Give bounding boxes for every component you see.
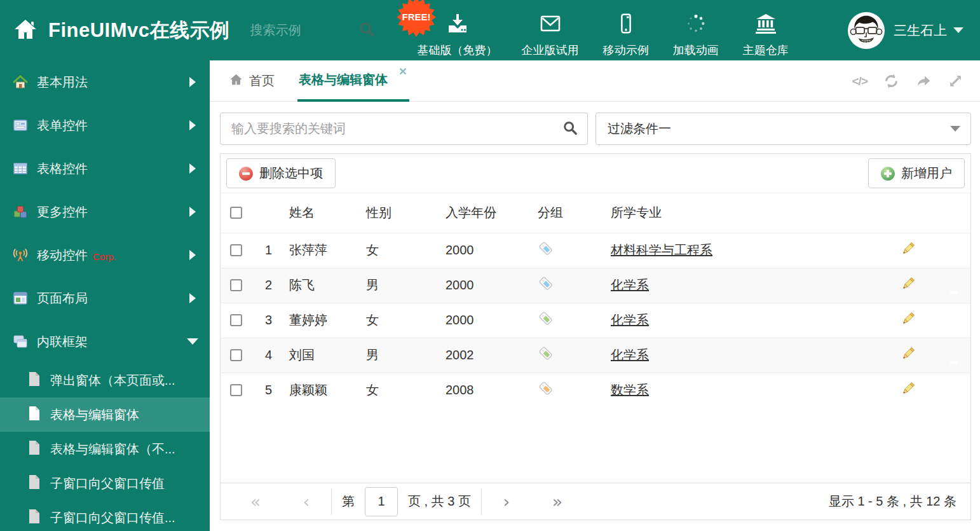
col-delete xyxy=(923,193,970,233)
edit-pencil-icon[interactable] xyxy=(901,315,916,329)
brand[interactable]: FineUIMvc在线示例 xyxy=(13,17,230,45)
cell-year: 2000 xyxy=(439,268,531,303)
cell-gender: 女 xyxy=(359,303,439,338)
chevron-down-icon xyxy=(953,27,963,33)
major-link[interactable]: 材料科学与工程系 xyxy=(611,243,712,257)
nav-item-theme-store[interactable]: 主题仓库 xyxy=(743,3,789,58)
sidebar-subitem-child-to-parent[interactable]: 子窗口向父窗口传值 xyxy=(0,466,210,500)
filter-dropdown[interactable]: 过滤条件一 xyxy=(595,113,971,145)
table-row[interactable]: 1 张萍萍 女 2000 材料科学与工程系 xyxy=(221,233,970,268)
select-all-checkbox[interactable] xyxy=(230,207,242,219)
col-index xyxy=(252,193,275,233)
major-link[interactable]: 化学系 xyxy=(611,313,649,327)
table-header-row: 姓名 性别 入学年份 分组 所学专业 xyxy=(221,193,970,233)
file-icon xyxy=(28,509,41,527)
sidebar: 基本用法 表单控件 表格控件 更多控件 移动控件 Corp. 页面布局 xyxy=(0,60,210,531)
row-index: 5 xyxy=(252,373,275,408)
sidebar-subitem-grid-edit-window-no[interactable]: 表格与编辑窗体（不... xyxy=(0,432,210,466)
chevron-down-icon xyxy=(187,338,198,345)
row-checkbox[interactable] xyxy=(230,349,242,361)
tab-toolbar: </> xyxy=(852,60,963,102)
row-index: 1 xyxy=(252,233,275,268)
tab-active-label: 表格与编辑窗体 xyxy=(299,71,388,88)
sidebar-item-inline-frames[interactable]: 内联框架 xyxy=(0,320,210,363)
close-icon[interactable]: × xyxy=(399,64,407,78)
keyword-search-input[interactable] xyxy=(230,121,562,137)
row-checkbox[interactable] xyxy=(230,384,242,396)
first-page-button[interactable]: « xyxy=(237,493,274,510)
sidebar-item-grid-controls[interactable]: 表格控件 xyxy=(0,147,210,190)
sidebar-subitem-label: 子窗口向父窗口传值 xyxy=(50,475,165,492)
tab-bar: 首页 表格与编辑窗体 × </> xyxy=(210,60,980,102)
next-page-button[interactable]: › xyxy=(488,493,525,510)
row-checkbox[interactable] xyxy=(230,244,242,256)
header-nav: FREE! 基础版（免费） 企业版试用 移动示例 加载动画 xyxy=(405,3,801,58)
add-user-button[interactable]: 新增用户 xyxy=(868,158,965,188)
refresh-icon[interactable] xyxy=(883,73,899,89)
table-row[interactable]: 2 陈飞 男 2000 化学系 xyxy=(221,268,970,303)
share-icon[interactable] xyxy=(915,73,932,89)
user-menu[interactable]: 三生石上 xyxy=(848,12,963,49)
keyword-search-box[interactable] xyxy=(220,113,588,145)
cell-gender: 女 xyxy=(359,233,439,268)
tab-grid-edit-window[interactable]: 表格与编辑窗体 × xyxy=(297,60,409,102)
major-link[interactable]: 化学系 xyxy=(611,348,649,362)
chevron-right-icon xyxy=(189,77,196,87)
sidebar-subitem-popup-window[interactable]: 弹出窗体（本页面或... xyxy=(0,363,210,397)
header-search-placeholder: 搜索示例 xyxy=(250,22,333,39)
nav-item-basic-free[interactable]: FREE! 基础版（免费） xyxy=(418,3,498,58)
cell-name: 刘国 xyxy=(275,338,359,373)
search-icon[interactable] xyxy=(562,120,578,138)
sidebar-subitem-label: 子窗口向父窗口传值... xyxy=(50,509,175,527)
file-icon xyxy=(28,474,41,493)
file-icon xyxy=(28,440,41,459)
nav-item-mobile-demo[interactable]: 移动示例 xyxy=(603,3,649,58)
sidebar-item-page-layout[interactable]: 页面布局 xyxy=(0,277,210,320)
edit-pencil-icon[interactable] xyxy=(901,385,916,399)
col-major[interactable]: 所学专业 xyxy=(603,193,893,233)
tab-home[interactable]: 首页 xyxy=(229,60,275,102)
sidebar-subitem-grid-edit-window[interactable]: 表格与编辑窗体 xyxy=(0,397,210,432)
row-index: 4 xyxy=(252,338,275,373)
file-icon xyxy=(28,406,41,424)
prev-page-button[interactable]: ‹ xyxy=(288,493,325,510)
col-gender[interactable]: 性别 xyxy=(359,193,439,233)
free-badge-icon: FREE! xyxy=(396,0,437,38)
chevron-right-icon xyxy=(189,250,196,260)
col-year[interactable]: 入学年份 xyxy=(439,193,531,233)
nav-item-loading-animation[interactable]: 加载动画 xyxy=(673,3,719,58)
sidebar-subitem-child-to-parent-2[interactable]: 子窗口向父窗口传值... xyxy=(0,500,210,531)
table-row[interactable]: 3 董婷婷 女 2000 化学系 xyxy=(221,303,970,338)
table-row[interactable]: 5 康颖颖 女 2008 数学系 xyxy=(221,373,970,408)
home-icon xyxy=(229,72,243,90)
edit-pencil-icon[interactable] xyxy=(901,280,916,294)
code-icon[interactable]: </> xyxy=(852,74,868,88)
major-link[interactable]: 化学系 xyxy=(611,278,649,292)
avatar xyxy=(848,12,885,49)
col-group[interactable]: 分组 xyxy=(531,193,603,233)
delete-selected-button[interactable]: 删除选中项 xyxy=(226,158,336,188)
last-page-button[interactable]: » xyxy=(539,493,576,510)
edit-pencil-icon[interactable] xyxy=(901,245,916,259)
page-suffix: 页 , 共 3 页 xyxy=(408,493,471,510)
row-checkbox[interactable] xyxy=(230,279,242,291)
sidebar-item-more-controls[interactable]: 更多控件 xyxy=(0,190,210,233)
row-checkbox[interactable] xyxy=(230,314,242,326)
sidebar-subitem-label: 弹出窗体（本页面或... xyxy=(50,372,175,389)
sidebar-item-mobile-controls[interactable]: 移动控件 Corp. xyxy=(0,233,210,277)
nav-item-enterprise-trial[interactable]: 企业版试用 xyxy=(522,3,579,58)
expand-icon[interactable] xyxy=(948,73,963,89)
sidebar-item-form-controls[interactable]: 表单控件 xyxy=(0,104,210,147)
cubes-icon xyxy=(13,204,28,219)
header-search[interactable]: 搜索示例 xyxy=(250,21,375,40)
edit-pencil-icon[interactable] xyxy=(901,350,916,364)
page-number-input[interactable] xyxy=(365,487,398,516)
row-index: 3 xyxy=(252,303,275,338)
table-row[interactable]: 4 刘国 男 2002 化学系 xyxy=(221,338,970,373)
search-icon[interactable] xyxy=(358,21,375,40)
major-link[interactable]: 数学系 xyxy=(611,383,649,397)
home-icon xyxy=(13,17,38,45)
sidebar-item-basic-usage[interactable]: 基本用法 xyxy=(0,60,210,104)
col-name[interactable]: 姓名 xyxy=(275,193,359,233)
cell-name: 董婷婷 xyxy=(275,303,359,338)
